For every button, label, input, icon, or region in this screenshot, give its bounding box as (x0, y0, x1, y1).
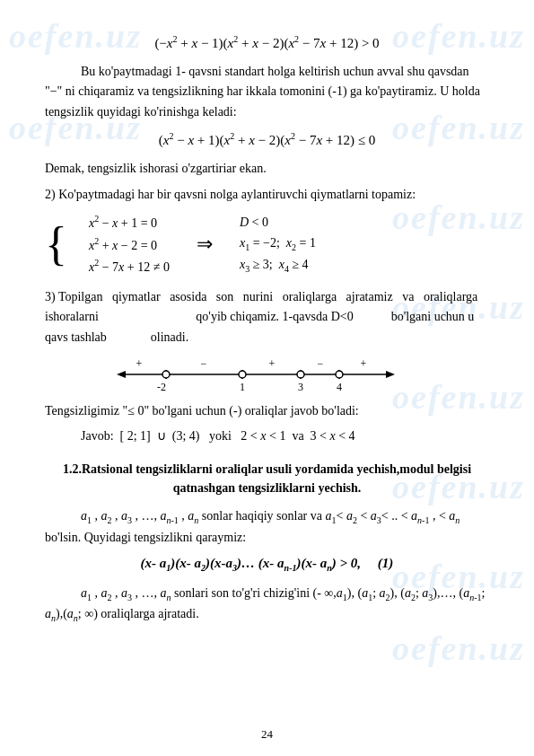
svg-text:3: 3 (298, 381, 303, 393)
result-3: x3 ≥ 3; x4 ≥ 4 (240, 255, 316, 276)
top-formula-text: (−x2 + x − 1)(x2 + x − 2)(x2 − 7x + 12) … (154, 36, 379, 50)
section-title-line2: qatnashgan tengsizliklarni yechish. (173, 481, 362, 495)
number-line-container: -2 1 3 4 + − + − + (117, 355, 489, 394)
system-brace: { (45, 221, 67, 268)
result-2: x1 = −2; x2 = 1 (240, 233, 316, 254)
svg-text:+: + (361, 357, 367, 370)
top-formula: (−x2 + x − 1)(x2 + x − 2)(x2 − 7x + 12) … (45, 34, 489, 51)
svg-marker-2 (117, 371, 126, 378)
remark-1: Demak, tengsizlik ishorasi o'zgartiriar … (45, 159, 489, 179)
svg-point-18 (297, 371, 304, 378)
page: oefen.uz oefen.uz oefen.uz oefen.uz oefe… (0, 0, 534, 756)
watermark-7: oefen.uz (392, 629, 525, 668)
section-title-line1: 1.2.Ratsional tengsizliklarni oraliqlar … (63, 462, 471, 476)
eq-2: x2 + x − 2 = 0 (89, 234, 170, 255)
svg-text:4: 4 (337, 381, 342, 393)
number-line-svg: -2 1 3 4 + − + − + (117, 355, 395, 394)
arrow-symbol: ⇒ (197, 233, 213, 256)
system-of-equations: { x2 − x + 1 = 0 x2 + x − 2 = 0 x2 − 7x … (45, 212, 489, 277)
page-number: 24 (0, 727, 534, 742)
main-formula-text: (x- a1)(x- a2)(x-a3)… (x- an-1)(x- an) >… (141, 556, 394, 570)
svg-marker-1 (386, 371, 395, 378)
svg-text:1: 1 (240, 381, 245, 393)
tengsizlik-note: Tengsizligimiz "≤ 0" bo'lgani uchun (-) … (45, 401, 489, 421)
system-results: D < 0 x1 = −2; x2 = 1 x3 ≥ 3; x4 ≥ 4 (240, 213, 316, 277)
svg-text:−: − (318, 357, 324, 370)
step-2-label: 2) Ko'paytmadagi har bir qavsni nolga ay… (45, 185, 489, 205)
svg-point-17 (239, 371, 246, 378)
svg-text:−: − (201, 357, 207, 370)
main-content: (−x2 + x − 1)(x2 + x − 2)(x2 − 7x + 12) … (45, 34, 489, 626)
svg-text:+: + (136, 357, 143, 370)
formula-2: (x2 − x + 1)(x2 + x − 2)(x2 − 7x + 12) ≤… (45, 131, 489, 148)
last-para: a1 , a2 , a3 , …, an sonlari son to'g'ri… (45, 584, 489, 627)
eq-1: x2 − x + 1 = 0 (89, 212, 170, 233)
answer-line: Javob: [ 2; 1] ∪ (3; 4) yoki 2 < x < 1 v… (81, 428, 489, 444)
svg-point-19 (336, 371, 343, 378)
intro-para: a1 , a2 , a3 , …, an-1 , an sonlar haqiq… (45, 506, 489, 548)
step-3-text: 3) Topilgan qiymatlar asosida son nurini… (45, 287, 489, 347)
section-title: 1.2.Ratsional tengsizliklarni oraliqlar … (45, 460, 489, 497)
svg-text:+: + (269, 357, 276, 370)
eq-3: x2 − 7x + 12 ≠ 0 (89, 256, 170, 277)
step-3-block: 3) Topilgan qiymatlar asosida son nurini… (45, 287, 489, 347)
paragraph-1: Bu ko'paytmadagi 1- qavsni standart holg… (45, 62, 489, 122)
svg-point-16 (162, 371, 170, 378)
svg-text:-2: -2 (157, 381, 166, 393)
result-1: D < 0 (240, 213, 316, 232)
system-equations: x2 − x + 1 = 0 x2 + x − 2 = 0 x2 − 7x + … (89, 212, 170, 277)
main-formula: (x- a1)(x- a2)(x-a3)… (x- an-1)(x- an) >… (45, 556, 489, 573)
